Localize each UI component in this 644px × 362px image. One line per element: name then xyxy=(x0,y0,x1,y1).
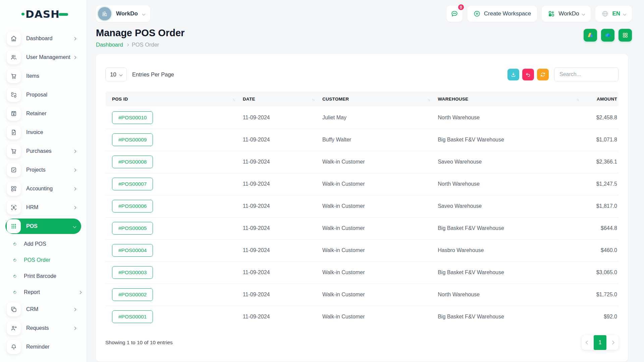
date-cell: 11-09-2024 xyxy=(239,173,318,195)
page-number-button[interactable]: 1 xyxy=(594,335,606,350)
search-input[interactable] xyxy=(554,67,619,81)
sidebar-item-items[interactable]: Items xyxy=(5,68,81,84)
pos-id-badge[interactable]: #POS00006 xyxy=(112,200,153,213)
grid-plus-icon xyxy=(7,182,21,196)
language-label: EN xyxy=(612,10,620,17)
chevron-right-icon xyxy=(73,168,76,172)
sort-icon: ↑↓ xyxy=(232,98,235,102)
pos-id-badge[interactable]: #POS00003 xyxy=(112,266,153,279)
sidebar-subitem-pos-order[interactable]: POS Order xyxy=(5,253,81,267)
next-page-button[interactable] xyxy=(606,335,619,350)
sidebar-subitem-print-barcode[interactable]: Print Barcode xyxy=(5,269,81,283)
table-row: #POS00001 11-09-2024 Walk-in Customer Bi… xyxy=(105,306,619,328)
sidebar-item-projects[interactable]: Projects xyxy=(5,162,81,178)
sidebar-item-hrm[interactable]: HRM xyxy=(5,200,81,215)
main-area: WorkDo 0 Create Workspace WorkDo EN xyxy=(87,0,644,362)
sidebar-item-invoice[interactable]: Invoice xyxy=(5,125,81,140)
messages-button[interactable]: 0 xyxy=(446,6,463,22)
column-header-warehouse[interactable]: WAREHOUSE↑↓ xyxy=(434,92,583,107)
sidebar-item-accounting[interactable]: Accounting xyxy=(5,181,81,196)
google-drive-button[interactable] xyxy=(584,29,597,42)
customer-cell: Walk-in Customer xyxy=(318,284,434,306)
column-header-date[interactable]: DATE↑↓ xyxy=(239,92,318,107)
sidebar-item-label: Reminder xyxy=(26,344,76,350)
warehouse-cell: Big Basket F&V Warehouse xyxy=(434,261,583,284)
pos-id-badge[interactable]: #POS00005 xyxy=(112,222,153,235)
sidebar-item-label: Projects xyxy=(26,167,73,173)
logo-text: DASH xyxy=(25,8,60,20)
column-header-pos-id[interactable]: POS ID↑↓ xyxy=(105,92,239,107)
chevron-right-icon xyxy=(78,291,82,294)
date-cell: 11-09-2024 xyxy=(239,195,318,217)
sidebar-item-crm[interactable]: CRM xyxy=(5,302,81,317)
sidebar-item-user-management[interactable]: User Management xyxy=(5,50,81,65)
download-icon xyxy=(511,72,516,77)
refresh-icon xyxy=(540,72,546,77)
sidebar: DASH Dashboard User Management Items xyxy=(0,0,87,362)
floppy-icon xyxy=(7,107,21,121)
date-cell: 11-09-2024 xyxy=(239,261,318,284)
sidebar-item-label: Items xyxy=(26,73,76,79)
language-selector[interactable]: EN xyxy=(595,6,632,22)
reset-button[interactable] xyxy=(522,69,534,80)
sidebar-subitem-add-pos[interactable]: Add POS xyxy=(5,237,81,251)
table-row: #POS00006 11-09-2024 Walk-in Customer Sa… xyxy=(105,195,619,217)
sidebar-item-purchases[interactable]: Purchases xyxy=(5,143,81,159)
sidebar-item-retainer[interactable]: Retainer xyxy=(5,106,81,121)
pos-id-badge[interactable]: #POS00010 xyxy=(112,111,153,124)
sidebar-item-dashboard[interactable]: Dashboard xyxy=(5,31,81,46)
sidebar-item-label: Purchases xyxy=(26,148,73,154)
warehouse-cell: Big Basket F&V Warehouse xyxy=(434,217,583,239)
onedrive-icon xyxy=(604,32,611,39)
pos-id-badge[interactable]: #POS00004 xyxy=(112,244,153,257)
amount-cell: $644.8 xyxy=(583,217,619,239)
home-icon xyxy=(7,32,21,46)
sidebar-subitem-label: Print Barcode xyxy=(24,273,81,279)
sidebar-subitem-report[interactable]: Report xyxy=(5,286,81,299)
column-header-customer[interactable]: CUSTOMER↑↓ xyxy=(318,92,434,107)
sidebar-item-label: POS xyxy=(26,223,73,229)
pos-id-badge[interactable]: #POS00007 xyxy=(112,178,153,190)
sidebar-item-label: Dashboard xyxy=(26,36,73,42)
workdo-menu-button[interactable]: WorkDo xyxy=(542,6,591,22)
sidebar-item-proposal[interactable]: Proposal xyxy=(5,87,81,103)
app-logo[interactable]: DASH xyxy=(21,8,68,20)
table-row: #POS00005 11-09-2024 Walk-in Customer Bi… xyxy=(105,217,619,239)
pos-id-badge[interactable]: #POS00008 xyxy=(112,156,153,168)
chevron-right-icon xyxy=(73,149,76,153)
table-row: #POS00008 11-09-2024 Walk-in Customer Sa… xyxy=(105,151,619,173)
entries-per-page-label: Entries Per Page xyxy=(132,71,174,78)
sidebar-item-pos[interactable]: POS xyxy=(5,219,81,234)
check-square-icon xyxy=(7,163,21,177)
warehouse-cell: North Warehouse xyxy=(434,173,583,195)
sidebar-item-requests[interactable]: Requests xyxy=(5,320,81,336)
customer-cell: Walk-in Customer xyxy=(318,195,434,217)
grid-view-button[interactable] xyxy=(619,29,632,42)
pos-id-badge[interactable]: #POS00001 xyxy=(112,310,153,323)
breadcrumb: Dashboard POS Order xyxy=(96,42,184,48)
customer-cell: Walk-in Customer xyxy=(318,306,434,328)
refresh-button[interactable] xyxy=(537,69,549,80)
chevron-down-icon xyxy=(119,73,122,76)
table-footer: Showing 1 to 10 of 10 entries 1 xyxy=(105,335,619,358)
sidebar-item-reminder[interactable]: Reminder xyxy=(5,339,81,355)
sort-icon: ↑↓ xyxy=(427,98,430,102)
pos-id-badge[interactable]: #POS00009 xyxy=(112,133,153,146)
breadcrumb-dashboard-link[interactable]: Dashboard xyxy=(96,42,123,48)
warehouse-cell: Big Basket F&V Warehouse xyxy=(434,129,583,151)
cart-icon xyxy=(7,144,21,158)
entries-per-page-select[interactable]: 10 xyxy=(105,67,127,81)
sidebar-subitem-label: Add POS xyxy=(24,241,81,247)
previous-page-button[interactable] xyxy=(582,335,594,350)
user-plus-icon xyxy=(7,321,21,335)
amount-cell: $2,458.8 xyxy=(583,107,619,129)
amount-cell: $3,065.0 xyxy=(583,261,619,284)
pos-id-badge[interactable]: #POS00002 xyxy=(112,288,153,301)
workspace-switcher[interactable]: WorkDo xyxy=(96,5,150,22)
table-toolbar: 10 Entries Per Page xyxy=(105,67,619,81)
onedrive-button[interactable] xyxy=(601,29,614,42)
showing-entries-text: Showing 1 to 10 of 10 entries xyxy=(105,340,173,346)
create-workspace-button[interactable]: Create Workspace xyxy=(467,6,537,22)
export-download-button[interactable] xyxy=(507,69,519,80)
column-header-amount[interactable]: AMOUNT xyxy=(583,92,619,107)
